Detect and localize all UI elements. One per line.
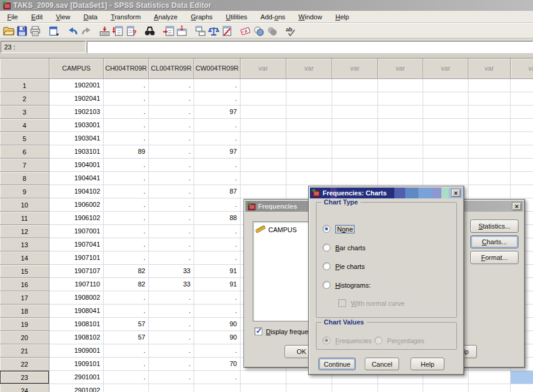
goto-variable-icon[interactable]: [111, 24, 124, 37]
split-file-icon[interactable]: [194, 24, 207, 37]
row-header-2[interactable]: 2: [0, 92, 49, 106]
grid-cell[interactable]: .: [149, 159, 194, 172]
grid-cell[interactable]: .: [149, 331, 194, 344]
grid-cell[interactable]: .: [104, 225, 149, 238]
grid-cell[interactable]: [423, 106, 468, 119]
grid-cell[interactable]: .: [149, 172, 194, 185]
grid-cell[interactable]: 1904041: [49, 172, 104, 185]
selected-grid-cell[interactable]: [511, 371, 533, 384]
grid-cell[interactable]: [332, 159, 378, 172]
grid-cell[interactable]: .: [194, 371, 241, 384]
grid-cell[interactable]: .: [104, 212, 149, 225]
grid-cell[interactable]: 1908041: [49, 305, 104, 318]
menu-utilities[interactable]: Utilities: [221, 11, 253, 22]
grid-cell[interactable]: [241, 92, 286, 106]
grid-corner-cell[interactable]: [0, 58, 49, 79]
grid-cell[interactable]: [511, 145, 533, 159]
grid-cell[interactable]: 90: [194, 331, 241, 344]
grid-cell[interactable]: [378, 132, 423, 145]
row-header-24[interactable]: 24: [0, 384, 49, 392]
grid-cell[interactable]: 1902103: [49, 106, 104, 119]
grid-cell[interactable]: [241, 185, 286, 198]
grid-cell[interactable]: .: [104, 79, 149, 92]
grid-cell[interactable]: .: [194, 198, 241, 212]
grid-cell[interactable]: [468, 145, 511, 159]
grid-cell[interactable]: 1903101: [49, 145, 104, 159]
grid-cell[interactable]: [511, 172, 533, 185]
grid-cell[interactable]: .: [194, 172, 241, 185]
grid-cell[interactable]: 1903001: [49, 119, 104, 132]
menu-edit[interactable]: Edit: [26, 11, 48, 22]
row-header-17[interactable]: 17: [0, 291, 49, 305]
print-icon[interactable]: [28, 24, 42, 37]
grid-cell[interactable]: [468, 185, 511, 198]
insert-cases-icon[interactable]: [162, 24, 175, 37]
row-header-5[interactable]: 5: [0, 132, 49, 145]
grid-cell[interactable]: 90: [194, 318, 241, 331]
grid-cell[interactable]: [378, 79, 423, 92]
menu-window[interactable]: Window: [293, 11, 327, 22]
open-file-icon[interactable]: [2, 24, 15, 37]
column-header-var[interactable]: var: [423, 58, 468, 79]
grid-cell[interactable]: .: [149, 212, 194, 225]
grid-cell[interactable]: [241, 371, 286, 384]
spell-check-icon[interactable]: ab: [284, 24, 297, 37]
grid-cell[interactable]: [286, 119, 332, 132]
grid-cell[interactable]: 97: [194, 145, 241, 159]
grid-cell[interactable]: [378, 92, 423, 106]
grid-cell[interactable]: .: [149, 79, 194, 92]
grid-cell[interactable]: 88: [194, 212, 241, 225]
grid-cell[interactable]: 70: [194, 358, 241, 371]
row-header-10[interactable]: 10: [0, 198, 49, 212]
grid-cell[interactable]: 1902041: [49, 92, 104, 106]
grid-cell[interactable]: 97: [194, 106, 241, 119]
grid-cell[interactable]: 1902001: [49, 79, 104, 92]
grid-cell[interactable]: [378, 106, 423, 119]
row-header-18[interactable]: 18: [0, 305, 49, 318]
grid-cell[interactable]: [332, 132, 378, 145]
grid-cell[interactable]: [241, 106, 286, 119]
grid-cell[interactable]: [241, 172, 286, 185]
row-header-1[interactable]: 1: [0, 79, 49, 92]
row-header-8[interactable]: 8: [0, 172, 49, 185]
grid-cell[interactable]: 2901002: [49, 384, 104, 392]
grid-cell[interactable]: .: [194, 79, 241, 92]
show-all-variables-icon[interactable]: [265, 24, 279, 37]
grid-cell[interactable]: [511, 106, 533, 119]
close-icon[interactable]: [451, 189, 461, 197]
grid-cell[interactable]: .: [104, 132, 149, 145]
value-labels-icon[interactable]: #: [239, 24, 252, 37]
grid-cell[interactable]: 91: [194, 278, 241, 291]
grid-cell[interactable]: 33: [149, 278, 194, 291]
row-header-6[interactable]: 6: [0, 145, 49, 159]
grid-cell[interactable]: 1907110: [49, 278, 104, 291]
grid-cell[interactable]: .: [149, 106, 194, 119]
grid-cell[interactable]: 82: [104, 278, 149, 291]
grid-cell[interactable]: [468, 371, 511, 384]
radio-icon[interactable]: [323, 281, 330, 289]
window-titlebar[interactable]: TAKS_2009.sav [DataSet1] - SPSS Statisti…: [0, 0, 533, 11]
grid-cell[interactable]: [286, 79, 332, 92]
grid-cell[interactable]: 1907101: [49, 251, 104, 265]
grid-cell[interactable]: [468, 172, 511, 185]
grid-cell[interactable]: [423, 159, 468, 172]
grid-cell[interactable]: .: [194, 92, 241, 106]
row-header-13[interactable]: 13: [0, 238, 49, 251]
grid-cell[interactable]: [423, 119, 468, 132]
grid-cell[interactable]: .: [149, 318, 194, 331]
grid-cell[interactable]: 89: [104, 145, 149, 159]
find-icon[interactable]: [143, 24, 156, 37]
grid-cell[interactable]: .: [149, 251, 194, 265]
use-variable-sets-icon[interactable]: [252, 24, 265, 37]
grid-cell[interactable]: [468, 132, 511, 145]
row-header-20[interactable]: 20: [0, 331, 49, 344]
close-icon[interactable]: [512, 202, 522, 210]
menu-transform[interactable]: Transform: [106, 11, 147, 22]
grid-cell[interactable]: .: [149, 371, 194, 384]
chart-type-option-bar-charts[interactable]: Bar charts: [323, 243, 365, 252]
grid-cell[interactable]: 1906002: [49, 198, 104, 212]
grid-cell[interactable]: .: [149, 132, 194, 145]
grid-cell[interactable]: [511, 132, 533, 145]
grid-cell[interactable]: .: [149, 344, 194, 358]
cell-reference-box[interactable]: 23 :: [1, 41, 86, 53]
